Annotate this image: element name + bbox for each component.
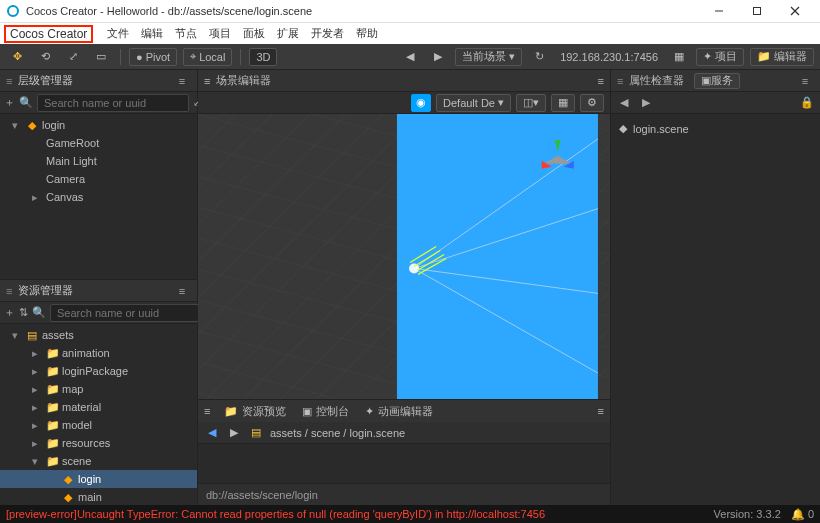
- assets-header: ≡ 资源管理器 ≡: [0, 280, 197, 302]
- close-button[interactable]: [776, 0, 814, 22]
- menu-developer[interactable]: 开发者: [309, 26, 346, 41]
- inspector-title: 属性检查器: [629, 73, 684, 88]
- folder-scene[interactable]: ▾📁scene: [0, 452, 197, 470]
- node-camera[interactable]: Camera: [0, 170, 197, 188]
- history-forward-button[interactable]: ▶: [637, 94, 655, 112]
- menu-file[interactable]: 文件: [105, 26, 131, 41]
- panel-grip-icon[interactable]: ≡: [6, 75, 12, 87]
- folder-model[interactable]: ▸📁model: [0, 416, 197, 434]
- scene-header: ≡ 场景编辑器 ≡: [198, 70, 610, 92]
- search-icon[interactable]: 🔍: [19, 94, 33, 112]
- shading-mode-select[interactable]: Default De▾: [436, 94, 511, 112]
- panel-menu-icon[interactable]: ≡: [598, 405, 604, 417]
- play-button[interactable]: ▶: [427, 47, 449, 67]
- local-toggle[interactable]: ⌖Local: [183, 48, 232, 66]
- move-tool[interactable]: ✥: [6, 47, 28, 67]
- app-menu[interactable]: Cocos Creator: [4, 25, 93, 43]
- tab-assets-preview[interactable]: 📁资源预览: [222, 404, 288, 419]
- svg-point-0: [8, 6, 18, 16]
- svg-rect-2: [754, 8, 761, 15]
- history-back-button[interactable]: ◀: [615, 94, 633, 112]
- node-gameroot[interactable]: GameRoot: [0, 134, 197, 152]
- search-icon[interactable]: 🔍: [32, 304, 46, 322]
- mode-3d-toggle[interactable]: 3D: [249, 48, 277, 66]
- panel-menu-icon[interactable]: ≡: [173, 72, 191, 90]
- hierarchy-panel: ≡ 层级管理器 ≡ ＋ 🔍 ⤢ ⤡ ▾◆login GameRoot Main …: [0, 70, 197, 280]
- scene-login[interactable]: ◆login: [0, 470, 197, 488]
- bottom-tabs: ≡ 📁资源预览 ▣控制台 ✦动画编辑器 ≡: [198, 400, 610, 422]
- rotate-tool[interactable]: ⟲: [34, 47, 56, 67]
- camera-gizmo-button[interactable]: ◫▾: [516, 94, 546, 112]
- app-icon: [6, 4, 20, 18]
- assets-search-input[interactable]: [50, 304, 202, 322]
- node-canvas[interactable]: ▸Canvas: [0, 188, 197, 206]
- breadcrumb[interactable]: assets / scene / login.scene: [270, 427, 405, 439]
- sort-button[interactable]: ⇅: [19, 304, 28, 322]
- nav-forward-button[interactable]: ▶: [226, 426, 242, 439]
- error-text[interactable]: [preview-error]Uncaught TypeError: Canno…: [6, 508, 545, 520]
- panel-menu-icon[interactable]: ≡: [598, 75, 604, 87]
- panel-grip-icon[interactable]: ≡: [617, 75, 623, 87]
- hierarchy-tree[interactable]: ▾◆login GameRoot Main Light Camera ▸Canv…: [0, 114, 197, 279]
- node-mainlight[interactable]: Main Light: [0, 152, 197, 170]
- panel-menu-icon[interactable]: ≡: [173, 282, 191, 300]
- asset-path-bar: db://assets/scene/login: [198, 483, 610, 505]
- folder-animation[interactable]: ▸📁animation: [0, 344, 197, 362]
- add-node-button[interactable]: ＋: [4, 94, 15, 112]
- prev-scene-button[interactable]: ◀: [399, 47, 421, 67]
- assets-tree[interactable]: ▾▤assets ▸📁animation ▸📁loginPackage ▸📁ma…: [0, 324, 197, 523]
- minimize-button[interactable]: [700, 0, 738, 22]
- menu-bar: Cocos Creator 文件 编辑 节点 项目 面板 扩展 开发者 帮助: [0, 22, 820, 44]
- lock-icon[interactable]: 🔒: [798, 94, 816, 112]
- scene-viewport[interactable]: [198, 114, 610, 399]
- hierarchy-title: 层级管理器: [18, 73, 167, 88]
- create-asset-button[interactable]: ＋: [4, 304, 15, 322]
- inspector-body: ◆ login.scene: [611, 114, 820, 505]
- folder-assets[interactable]: ▾▤assets: [0, 326, 197, 344]
- inspector-toolbar: ◀ ▶ 🔒: [611, 92, 820, 114]
- hierarchy-header: ≡ 层级管理器 ≡: [0, 70, 197, 92]
- inspector-panel: ≡ 属性检查器 ▣服务 ≡ ◀ ▶ 🔒 ◆ login.scene: [610, 70, 820, 505]
- align-button[interactable]: ▦: [551, 94, 575, 112]
- main-area: ≡ 层级管理器 ≡ ＋ 🔍 ⤢ ⤡ ▾◆login GameRoot Main …: [0, 70, 820, 505]
- tab-console[interactable]: ▣控制台: [300, 404, 351, 419]
- scale-tool[interactable]: ⤢: [62, 47, 84, 67]
- inspector-label: login.scene: [633, 123, 689, 135]
- rect-tool[interactable]: ▭: [90, 47, 112, 67]
- gizmo-toggle[interactable]: ◉: [411, 94, 431, 112]
- folder-map[interactable]: ▸📁map: [0, 380, 197, 398]
- panel-grip-icon[interactable]: ≡: [6, 285, 12, 297]
- tab-services[interactable]: ▣服务: [694, 73, 740, 89]
- menu-panel[interactable]: 面板: [241, 26, 267, 41]
- menu-edit[interactable]: 编辑: [139, 26, 165, 41]
- folder-loginpackage[interactable]: ▸📁loginPackage: [0, 362, 197, 380]
- scene-main[interactable]: ◆main: [0, 488, 197, 506]
- menu-extension[interactable]: 扩展: [275, 26, 301, 41]
- folder-material[interactable]: ▸📁material: [0, 398, 197, 416]
- node-login[interactable]: ▾◆login: [0, 116, 197, 134]
- notification-icon[interactable]: 🔔 0: [791, 508, 814, 521]
- menu-node[interactable]: 节点: [173, 26, 199, 41]
- version-label: Version: 3.3.2: [714, 508, 781, 520]
- device-icon[interactable]: ▦: [668, 47, 690, 67]
- menu-project[interactable]: 项目: [207, 26, 233, 41]
- pivot-toggle[interactable]: ●Pivot: [129, 48, 177, 66]
- refresh-preview-button[interactable]: ↻: [528, 47, 550, 67]
- nav-back-button[interactable]: ◀: [204, 426, 220, 439]
- bottom-panel: ≡ 📁资源预览 ▣控制台 ✦动画编辑器 ≡ ◀ ▶ ▤ assets / sce…: [198, 399, 610, 505]
- panel-menu-icon[interactable]: ≡: [796, 72, 814, 90]
- preview-address[interactable]: 192.168.230.1:7456: [556, 51, 662, 63]
- scene-settings-button[interactable]: ⚙: [580, 94, 604, 112]
- window-title: Cocos Creator - Helloworld - db://assets…: [26, 5, 312, 17]
- inspector-item[interactable]: ◆ login.scene: [619, 122, 812, 135]
- maximize-button[interactable]: [738, 0, 776, 22]
- tab-animation[interactable]: ✦动画编辑器: [363, 404, 435, 419]
- project-button[interactable]: ✦项目: [696, 48, 744, 66]
- editor-button[interactable]: 📁编辑器: [750, 48, 814, 66]
- menu-help[interactable]: 帮助: [354, 26, 380, 41]
- folder-resources[interactable]: ▸📁resources: [0, 434, 197, 452]
- scene-selector[interactable]: 当前场景▾: [455, 48, 522, 66]
- panel-grip-icon[interactable]: ≡: [204, 405, 210, 417]
- panel-grip-icon[interactable]: ≡: [204, 75, 210, 87]
- hierarchy-search-input[interactable]: [37, 94, 189, 112]
